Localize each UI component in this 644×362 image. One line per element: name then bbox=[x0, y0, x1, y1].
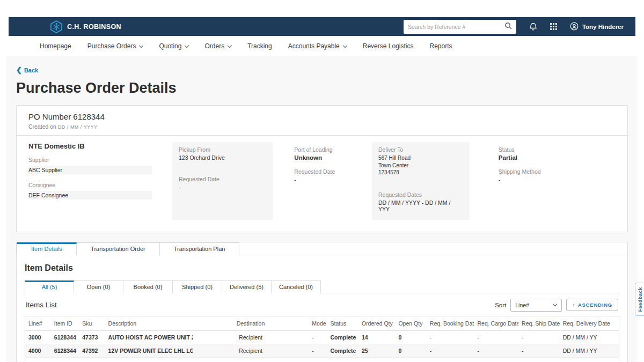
deliver-to-line: 567 Hill Road bbox=[378, 154, 463, 162]
cell-req-cargo-date: - bbox=[474, 330, 518, 344]
table-row[interactable]: 3000 6128344 47373 AUTO HOIST AC POWER U… bbox=[25, 330, 619, 344]
cell-req-cargo-date: - bbox=[474, 344, 518, 357]
col-header-open-qty: Open Qty bbox=[395, 316, 426, 330]
cell-sku: 47392 bbox=[79, 344, 105, 357]
search-input[interactable] bbox=[408, 24, 504, 30]
items-card: Item DetailsTransportation OrderTranspor… bbox=[16, 242, 628, 362]
cell-ordered-qty: 25 bbox=[358, 344, 395, 357]
items-table-head: Line# Item ID Sku Description Destinatio… bbox=[25, 316, 619, 330]
port-requested-date-value: - bbox=[294, 176, 372, 183]
col-header-ordered-qty: Ordered Qty bbox=[358, 316, 395, 330]
topbar-actions: Tony Hinderer bbox=[404, 20, 624, 34]
apps-grid-icon[interactable] bbox=[550, 23, 557, 30]
po-type: NTE Domestic IB bbox=[28, 142, 172, 150]
cell-description: DUMP TRAILER PU DA 1.1GAL TANK bbox=[105, 357, 193, 362]
shipping-method-value: - bbox=[499, 176, 616, 183]
chr-logo-icon bbox=[50, 20, 62, 33]
page-content: ❮ Back Purchase Order Details PO Number … bbox=[6, 56, 638, 362]
app-root: C.H. ROBINSON bbox=[0, 0, 644, 362]
cell-req-booking-date: - bbox=[427, 344, 474, 357]
po-col-deliver: Deliver To 567 Hill Road Town Center 123… bbox=[372, 142, 470, 220]
filter-tab-shipped-0[interactable]: Shipped (0) bbox=[173, 280, 222, 293]
filter-tab-all-5[interactable]: All (5) bbox=[25, 280, 74, 293]
nav-item-homepage[interactable]: Homepage bbox=[40, 42, 71, 50]
status-value: Partial bbox=[499, 154, 616, 161]
sort-direction-button[interactable]: ↑ ASCENDING bbox=[566, 299, 618, 311]
nav-item-purchase-orders[interactable]: Purchase Orders bbox=[87, 42, 143, 50]
item-details-heading: Item Details bbox=[25, 263, 619, 273]
cell-status: Complete bbox=[327, 357, 358, 362]
nav-item-quoting[interactable]: Quoting bbox=[159, 42, 188, 50]
cell-req-ship-date: - bbox=[518, 330, 560, 344]
po-col-port: Port of Loading Unknown Requested Date - bbox=[287, 142, 372, 220]
sort-select[interactable]: Line# bbox=[510, 299, 562, 312]
cell-line: 4000 bbox=[25, 344, 51, 357]
nav-item-reports[interactable]: Reports bbox=[430, 42, 452, 50]
cell-open-qty: 0 bbox=[395, 344, 426, 357]
cell-description: 12V POWER UNIT ELEC LHL LG RES bbox=[105, 344, 193, 357]
cell-req-delivery-date: DD / MM / YY bbox=[560, 330, 619, 344]
col-header-req-booking-date: Req. Booking Date bbox=[427, 316, 474, 330]
user-avatar-icon bbox=[570, 22, 579, 32]
sort-controls: Sort Line# ↑ ASCENDING bbox=[495, 299, 618, 312]
cell-sku: 47373 bbox=[79, 330, 105, 344]
filter-tab-canceled-0[interactable]: Canceled (0) bbox=[272, 280, 321, 293]
nav-item-accounts-payable[interactable]: Accounts Payable bbox=[288, 42, 347, 50]
po-created: Created on DD / MM / YYYY bbox=[28, 123, 616, 130]
tab-transportation-plan[interactable]: Transportation Plan bbox=[160, 242, 240, 255]
tab-transportation-order[interactable]: Transportation Order bbox=[77, 242, 160, 255]
main-nav: Homepage Purchase Orders Quoting Orders … bbox=[9, 36, 635, 56]
col-header-mode: Mode bbox=[309, 316, 327, 330]
feedback-tab[interactable]: Feedback bbox=[635, 283, 644, 316]
requested-dates-value: DD / MM / YYYY - DD / MM / YYY bbox=[378, 200, 463, 212]
cell-description: AUTO HOIST AC POWER UNIT 230V bbox=[105, 330, 193, 344]
brand-name: C.H. ROBINSON bbox=[67, 23, 121, 31]
chevron-down-icon bbox=[185, 43, 189, 47]
chevron-down-icon bbox=[343, 43, 347, 47]
po-col-parties: NTE Domestic IB Supplier ABC Supplier Co… bbox=[28, 142, 172, 220]
cell-mode: - bbox=[309, 344, 327, 357]
col-header-req-ship-date: Req. Ship Date bbox=[518, 316, 560, 330]
chevron-down-icon bbox=[139, 43, 143, 47]
po-header: PO Number 6128344 Created on DD / MM / Y… bbox=[17, 106, 627, 135]
cell-status: Complete bbox=[327, 330, 358, 344]
brand[interactable]: C.H. ROBINSON bbox=[50, 20, 121, 33]
back-chevron-icon: ❮ bbox=[16, 68, 22, 73]
main-tabbar: Item DetailsTransportation OrderTranspor… bbox=[17, 242, 627, 255]
arrow-up-icon: ↑ bbox=[572, 302, 575, 308]
sort-select-value: Line# bbox=[515, 302, 529, 308]
cell-line: 3000 bbox=[25, 330, 51, 344]
col-header-description: Description bbox=[105, 316, 193, 330]
items-list-header: Items List Sort Line# ↑ ASCENDING bbox=[25, 293, 619, 316]
table-row[interactable]: 4000 6128344 47392 12V POWER UNIT ELEC L… bbox=[25, 344, 619, 357]
po-col-status: Status Partial Shipping Method - bbox=[484, 142, 616, 220]
cell-req-ship-date: - bbox=[518, 357, 560, 362]
filter-tab-open-0[interactable]: Open (0) bbox=[74, 280, 123, 293]
nav-item-tracking[interactable]: Tracking bbox=[247, 42, 272, 50]
nav-item-orders[interactable]: Orders bbox=[204, 42, 231, 50]
top-bar: C.H. ROBINSON bbox=[9, 17, 635, 36]
nav-item-reverse-logistics[interactable]: Reverse Logistics bbox=[363, 42, 414, 50]
notifications-bell-icon[interactable] bbox=[529, 23, 537, 31]
top-margin bbox=[0, 0, 644, 17]
col-header-status: Status bbox=[327, 316, 358, 330]
user-menu[interactable]: Tony Hinderer bbox=[570, 22, 624, 32]
page-title: Purchase Order Details bbox=[16, 80, 628, 97]
search-box[interactable] bbox=[404, 20, 516, 34]
consignee-value: DEF Consignee bbox=[28, 191, 152, 200]
tab-item-details[interactable]: Item Details bbox=[17, 242, 77, 255]
cell-item-id: 6128344 bbox=[51, 344, 79, 357]
pickup-from-value: 123 Orchard Drive bbox=[179, 154, 266, 161]
cell-open-qty: 0 bbox=[395, 357, 426, 362]
cell-req-cargo-date: - bbox=[474, 357, 518, 362]
cell-destination: Recipient bbox=[193, 357, 309, 362]
back-button[interactable]: ❮ Back bbox=[16, 67, 38, 73]
table-row[interactable]: 6000 6128344 53460 DUMP TRAILER PU DA 1.… bbox=[25, 357, 619, 362]
col-header-req-delivery-date: Req. Delivery Date bbox=[560, 316, 619, 330]
cell-item-id: 6128344 bbox=[51, 330, 79, 344]
search-icon[interactable] bbox=[504, 22, 512, 32]
col-header-item-id: Item ID bbox=[51, 316, 79, 330]
cell-status: Complete bbox=[327, 344, 358, 357]
filter-tab-delivered-5[interactable]: Delivered (5) bbox=[222, 280, 272, 293]
filter-tab-booked-0[interactable]: Booked (0) bbox=[123, 280, 173, 293]
